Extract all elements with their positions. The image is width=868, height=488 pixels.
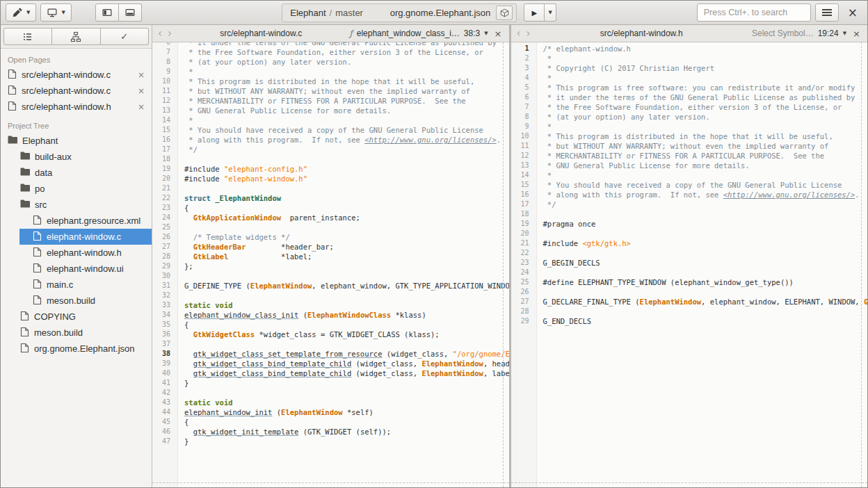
editor-view[interactable]: 6 * it under the terms of the GNU Genera… — [152, 42, 509, 487]
code-line[interactable]: 41} — [152, 378, 509, 388]
tree-item-data[interactable]: data — [1, 165, 152, 181]
code-line[interactable]: 31G_DEFINE_TYPE (ElephantWindow, elephan… — [152, 281, 509, 291]
code-line[interactable]: 7 * the Free Software Foundation, either… — [152, 47, 509, 57]
code-line[interactable]: 14 * — [152, 115, 509, 125]
open-page-item[interactable]: src/elephant-window.c× — [1, 83, 152, 99]
code-line[interactable]: 34elephant_window_class_init (ElephantWi… — [152, 310, 509, 320]
forward-icon[interactable]: › — [167, 29, 172, 39]
omnibar[interactable]: Elephant / master org.gnome.Elephant.jso… — [282, 3, 517, 22]
code-line[interactable]: 19#pragma once — [511, 219, 868, 229]
back-icon[interactable]: ‹ — [157, 29, 163, 39]
sidebar-tab-tree[interactable] — [52, 28, 100, 45]
code-line[interactable]: 6 * it under the terms of the GNU Genera… — [152, 42, 509, 47]
tree-item-meson-build[interactable]: meson.build — [1, 293, 152, 309]
code-line[interactable]: 28 GtkLabel *label; — [152, 252, 509, 261]
perspective-selector-button[interactable]: ▼ — [6, 3, 36, 22]
code-line[interactable]: 28 — [511, 307, 868, 316]
code-line[interactable]: 20 — [511, 229, 868, 238]
code-line[interactable]: 44elephant_window_init (ElephantWindow *… — [152, 407, 509, 417]
tree-item-elephant[interactable]: Elephant — [1, 133, 152, 149]
tree-item-main-c[interactable]: main.c — [1, 277, 152, 293]
tree-item-elephant-window-ui[interactable]: elephant-window.ui — [1, 261, 152, 277]
code-line[interactable]: 17 */ — [511, 200, 868, 209]
code-line[interactable]: 12 * MERCHANTABILITY or FITNESS FOR A PA… — [511, 151, 868, 161]
code-line[interactable]: 23{ — [152, 203, 509, 213]
code-line[interactable]: 18 — [152, 154, 509, 164]
close-pane-button[interactable]: × — [851, 29, 862, 39]
run-button[interactable]: ▶ — [524, 3, 545, 22]
code-line[interactable]: 9 * — [511, 122, 868, 131]
toggle-left-panel-button[interactable] — [95, 3, 119, 22]
forward-icon[interactable]: › — [526, 29, 531, 39]
code-line[interactable]: 37 — [152, 339, 509, 349]
code-line[interactable]: 47} — [152, 437, 509, 446]
code-line[interactable]: 15 * You should have received a copy of … — [511, 180, 868, 190]
code-line[interactable]: 2 * — [511, 54, 868, 63]
code-line[interactable]: 32 — [152, 291, 509, 300]
tree-item-copying[interactable]: COPYING — [1, 309, 152, 325]
code-line[interactable]: 11 * but WITHOUT ANY WARRANTY; without e… — [152, 86, 509, 96]
code-line[interactable]: 12 * MERCHANTABILITY or FITNESS FOR A PA… — [152, 96, 509, 106]
code-line[interactable]: 19#include "elephant-config.h" — [152, 164, 509, 174]
code-line[interactable]: 27 GtkHeaderBar *header_bar; — [152, 242, 509, 252]
code-line[interactable]: 13 * GNU General Public License for more… — [511, 161, 868, 170]
tree-item-meson-build[interactable]: meson.build — [1, 325, 152, 341]
code-line[interactable]: 40 gtk_widget_class_bind_template_child … — [152, 368, 509, 378]
tree-item-po[interactable]: po — [1, 181, 152, 197]
code-line[interactable]: 38 gtk_widget_class_set_template_from_re… — [152, 349, 509, 359]
code-line[interactable]: 21#include <gtk/gtk.h> — [511, 238, 868, 248]
code-line[interactable]: 23G_BEGIN_DECLS — [511, 258, 868, 268]
code-line[interactable]: 33static void — [152, 300, 509, 310]
tree-item-org-gnome-elephant-json[interactable]: org.gnome.Elephant.json — [1, 341, 152, 357]
code-line[interactable]: 22struct _ElephantWindow — [152, 193, 509, 203]
symbol-selector[interactable]: elephant_window_class_i… — [357, 29, 460, 38]
code-line[interactable]: 5 * This program is free software: you c… — [511, 83, 868, 92]
code-line[interactable]: 36 GtkWidgetClass *widget_class = GTK_WI… — [152, 330, 509, 339]
code-line[interactable]: 39 gtk_widget_class_bind_template_child … — [152, 359, 509, 368]
code-line[interactable]: 30 — [152, 271, 509, 281]
open-page-item[interactable]: src/elephant-window.h× — [1, 99, 152, 115]
run-options-button[interactable]: ▼ — [545, 3, 556, 22]
code-line[interactable]: 17 */ — [152, 145, 509, 154]
code-line[interactable]: 21 — [152, 184, 509, 193]
symbol-selector[interactable]: Select Symbol… — [752, 29, 814, 38]
code-line[interactable]: 26 /* Template widgets */ — [152, 232, 509, 242]
window-close-button[interactable]: × — [843, 6, 862, 19]
caret-down-icon[interactable]: ▼ — [843, 31, 846, 36]
code-line[interactable]: 16 * along with this program. If not, se… — [511, 190, 868, 200]
code-line[interactable]: 6 * it under the terms of the GNU Genera… — [511, 92, 868, 102]
code-line[interactable]: 29G_END_DECLS — [511, 316, 868, 326]
tree-item-build-aux[interactable]: build-aux — [1, 149, 152, 165]
back-icon[interactable]: ‹ — [516, 29, 522, 39]
tree-item-elephant-gresource-xml[interactable]: elephant.gresource.xml — [1, 213, 152, 229]
tree-item-elephant-window-c[interactable]: elephant-window.c — [1, 229, 152, 245]
code-line[interactable]: 42 — [152, 388, 509, 398]
code-line[interactable]: 20#include "elephant-window.h" — [152, 174, 509, 184]
code-line[interactable]: 24 — [511, 268, 868, 277]
code-line[interactable]: 10 * This program is distributed in the … — [152, 76, 509, 86]
close-page-button[interactable]: × — [136, 70, 146, 80]
code-line[interactable]: 25 — [152, 222, 509, 232]
close-pane-button[interactable]: × — [492, 29, 504, 39]
code-line[interactable]: 43static void — [152, 398, 509, 407]
code-line[interactable]: 26 — [511, 287, 868, 297]
code-line[interactable]: 14 * — [511, 170, 868, 180]
code-line[interactable]: 4 * — [511, 73, 868, 83]
code-line[interactable]: 10 * This program is distributed in the … — [511, 131, 868, 141]
device-selector-button[interactable]: ▼ — [40, 3, 71, 22]
toggle-bottom-panel-button[interactable] — [119, 3, 142, 22]
code-line[interactable]: 13 * GNU General Public License for more… — [152, 106, 509, 115]
caret-down-icon[interactable]: ▼ — [484, 31, 488, 36]
code-line[interactable]: 18 — [511, 209, 868, 219]
code-line[interactable]: 3 * Copyright (C) 2017 Christian Hergert — [511, 63, 868, 73]
code-line[interactable]: 1/* elephant-window.h — [511, 44, 868, 54]
code-line[interactable]: 15 * You should have received a copy of … — [152, 125, 509, 135]
code-line[interactable]: 16 * along with this program. If not, se… — [152, 135, 509, 145]
close-page-button[interactable]: × — [136, 102, 146, 112]
close-page-button[interactable]: × — [136, 86, 146, 96]
tree-item-src[interactable]: src — [1, 197, 152, 213]
code-line[interactable]: 22 — [511, 248, 868, 258]
code-line[interactable]: 24 GtkApplicationWindow parent_instance; — [152, 213, 509, 222]
tree-item-elephant-window-h[interactable]: elephant-window.h — [1, 245, 152, 261]
code-line[interactable]: 8 * (at your option) any later version. — [511, 112, 868, 122]
